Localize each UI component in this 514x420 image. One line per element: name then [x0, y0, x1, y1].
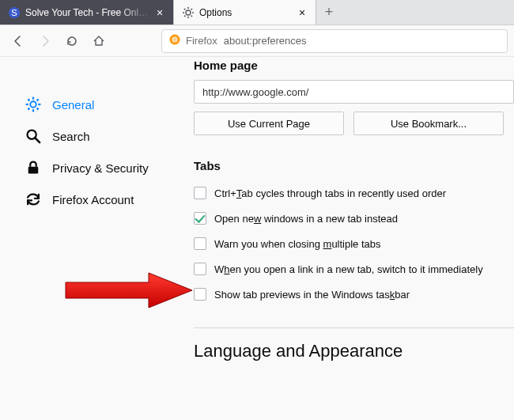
close-icon[interactable]: × — [154, 7, 165, 18]
checkbox-label: Show tab previews in the Windows taskbar — [214, 289, 410, 301]
sidebar-item-label: Privacy & Security — [52, 161, 149, 175]
checkbox-switch-immediately[interactable]: When you open a link in a new tab, switc… — [194, 256, 514, 282]
checkbox-label: When you open a link in a new tab, switc… — [214, 263, 483, 275]
categories-sidebar: General Search Privacy & Security Firefo… — [0, 57, 170, 420]
svg-line-19 — [37, 108, 39, 110]
search-icon — [25, 128, 41, 144]
favicon-solveyourtech: S — [8, 6, 21, 19]
checkbox-ctrl-tab[interactable]: Ctrl+Tab cycles through tabs in recently… — [194, 180, 514, 206]
svg-point-2 — [186, 10, 191, 15]
address-text: about:preferences — [224, 35, 307, 47]
svg-line-7 — [184, 9, 185, 9]
home-button[interactable] — [87, 29, 111, 53]
svg-point-13 — [30, 101, 36, 108]
sidebar-item-label: Firefox Account — [52, 193, 134, 206]
checkbox-label: Ctrl+Tab cycles through tabs in recently… — [214, 187, 446, 199]
checkbox-warn-close-multiple[interactable]: Warn you when closing multiple tabs — [194, 231, 514, 256]
svg-line-18 — [28, 99, 29, 100]
tab-strip: S Solve Your Tech - Free Online K × Opti… — [0, 0, 514, 25]
close-icon[interactable]: × — [297, 7, 308, 18]
checkbox-tab-previews[interactable]: Show tab previews in the Windows taskbar — [194, 282, 514, 307]
back-button[interactable] — [6, 29, 30, 53]
section-home-page: Home page — [194, 59, 514, 72]
tab-title: Solve Your Tech - Free Online K — [25, 7, 149, 18]
svg-line-20 — [37, 99, 39, 100]
tab-solveyourtech[interactable]: S Solve Your Tech - Free Online K × — [0, 0, 174, 25]
sidebar-item-account[interactable]: Firefox Account — [19, 184, 170, 215]
checkbox-icon — [194, 263, 206, 275]
svg-line-21 — [28, 108, 29, 110]
firefox-icon — [168, 33, 181, 48]
identity-box[interactable]: Firefox — [168, 33, 217, 48]
reload-button[interactable] — [60, 29, 84, 53]
tab-options[interactable]: Options × — [174, 0, 316, 25]
nav-toolbar: Firefox about:preferences — [0, 25, 514, 57]
checkbox-icon — [194, 237, 206, 250]
svg-line-10 — [184, 15, 185, 16]
forward-button[interactable] — [33, 29, 57, 53]
gear-icon — [182, 6, 195, 19]
sync-icon — [25, 191, 41, 207]
preferences-content: General Search Privacy & Security Firefo… — [0, 57, 514, 420]
lock-icon — [25, 160, 41, 176]
svg-line-23 — [36, 138, 40, 142]
url-bar[interactable]: Firefox about:preferences — [161, 29, 508, 53]
sidebar-item-general[interactable]: General — [19, 89, 170, 120]
gear-icon — [25, 96, 41, 112]
identity-label: Firefox — [186, 35, 217, 47]
section-language-appearance: Language and Appearance — [194, 341, 514, 361]
section-tabs: Tabs — [194, 159, 514, 172]
homepage-input[interactable] — [194, 80, 514, 104]
main-panel: Home page Use Current Page Use Bookmark.… — [170, 57, 514, 420]
svg-text:S: S — [11, 8, 17, 17]
sidebar-item-label: General — [52, 98, 94, 112]
checkbox-icon — [194, 212, 206, 225]
checkbox-icon — [194, 187, 206, 199]
new-tab-button[interactable]: + — [316, 0, 342, 25]
section-divider — [194, 327, 514, 328]
checkbox-label: Warn you when closing multiple tabs — [214, 238, 381, 250]
sidebar-item-label: Search — [52, 130, 90, 143]
checkbox-icon — [194, 288, 206, 301]
svg-line-8 — [191, 15, 192, 16]
tab-title: Options — [199, 7, 292, 18]
svg-point-12 — [172, 36, 178, 43]
checkbox-label: Open new windows in a new tab instead — [214, 213, 398, 225]
checkbox-open-new-windows[interactable]: Open new windows in a new tab instead — [194, 206, 514, 231]
use-current-page-button[interactable]: Use Current Page — [194, 112, 344, 135]
use-bookmark-button[interactable]: Use Bookmark... — [353, 112, 504, 135]
sidebar-item-privacy[interactable]: Privacy & Security — [19, 152, 170, 184]
svg-rect-24 — [28, 167, 39, 174]
svg-line-9 — [191, 9, 192, 9]
sidebar-item-search[interactable]: Search — [19, 120, 170, 152]
